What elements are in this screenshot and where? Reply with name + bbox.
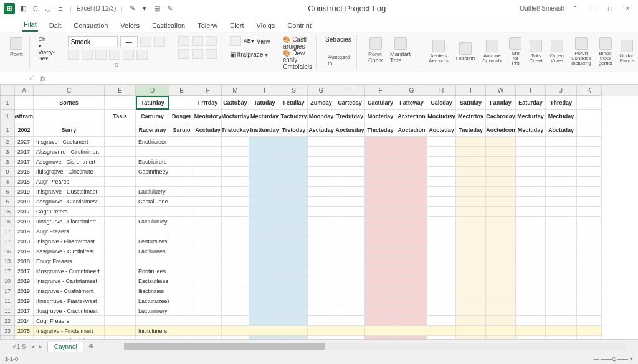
cell[interactable]: [194, 276, 222, 286]
cell[interactable]: [516, 306, 546, 316]
cell[interactable]: [577, 157, 602, 167]
cell[interactable]: [136, 316, 169, 326]
cell[interactable]: [194, 246, 222, 256]
column-header[interactable]: C: [34, 85, 105, 96]
cell[interactable]: [427, 187, 456, 197]
row-header[interactable]: 17: [0, 286, 15, 296]
cell[interactable]: [516, 276, 546, 286]
itralprace-button[interactable]: ▣ Itralprace ▾: [230, 51, 268, 58]
qa-icon-4[interactable]: ▤: [153, 4, 161, 13]
row-header[interactable]: 1: [0, 123, 15, 137]
cell[interactable]: [280, 187, 308, 197]
ribbon-cmd-button[interactable]: Srd for Prd: [507, 36, 524, 67]
cell[interactable]: Sattulay: [456, 96, 486, 110]
row-header[interactable]: 23: [0, 326, 15, 336]
cell[interactable]: [456, 306, 486, 316]
cell[interactable]: Frrrday: [194, 96, 222, 110]
cell[interactable]: [249, 316, 280, 326]
cell[interactable]: [194, 157, 222, 167]
cell[interactable]: [577, 236, 602, 246]
cell[interactable]: [365, 217, 396, 226]
cell[interactable]: Encthiaieer: [136, 137, 169, 147]
cell[interactable]: [105, 326, 136, 336]
cell[interactable]: [280, 236, 308, 246]
cell[interactable]: Lectuinirery: [136, 306, 169, 316]
cell[interactable]: Mocturday: [222, 110, 249, 123]
cell[interactable]: [249, 207, 280, 217]
cell[interactable]: [222, 306, 249, 316]
cell[interactable]: [365, 286, 396, 296]
cell[interactable]: [335, 236, 365, 246]
select-all-corner[interactable]: [0, 85, 15, 96]
qa-icon-3[interactable]: ▾: [140, 4, 149, 13]
cell[interactable]: [396, 137, 427, 147]
bold-icon[interactable]: [68, 50, 79, 60]
cell[interactable]: [249, 236, 280, 246]
cell[interactable]: [365, 147, 396, 157]
row-header[interactable]: 9: [0, 167, 15, 177]
cell[interactable]: [396, 217, 427, 226]
cell[interactable]: [427, 286, 456, 296]
cell[interactable]: [365, 207, 396, 217]
cell[interactable]: [516, 187, 546, 197]
cell[interactable]: Threday: [546, 96, 577, 110]
cell[interactable]: [365, 296, 396, 306]
cell[interactable]: [105, 167, 136, 177]
marstart-button[interactable]: Marstart Trde: [388, 36, 413, 65]
cell[interactable]: Cattubay: [222, 96, 249, 110]
cell[interactable]: Surry: [34, 123, 105, 137]
cell[interactable]: [546, 266, 577, 276]
cell[interactable]: Tatuday: [249, 96, 280, 110]
decrease-font-icon[interactable]: [154, 37, 165, 47]
cell[interactable]: Cprttureey: [136, 336, 169, 339]
ribbon-cmd-button[interactable]: Porvrt Sonades Inclucing: [569, 36, 594, 67]
underline-icon[interactable]: [95, 50, 107, 60]
cell[interactable]: [222, 236, 249, 246]
cell[interactable]: [486, 276, 516, 286]
cell[interactable]: [335, 187, 365, 197]
cell[interactable]: [222, 276, 249, 286]
cell[interactable]: [577, 316, 602, 326]
cell[interactable]: [577, 147, 602, 157]
cell[interactable]: [427, 266, 456, 276]
cell[interactable]: 2019: [15, 226, 34, 236]
cell[interactable]: [280, 246, 308, 256]
cell[interactable]: Zumday: [308, 96, 335, 110]
cell[interactable]: Ilisctinzies: [136, 286, 169, 296]
cell[interactable]: Aoctuday: [546, 123, 577, 137]
cell[interactable]: [308, 147, 335, 157]
cell[interactable]: [396, 286, 427, 296]
column-header[interactable]: T: [335, 85, 365, 96]
cell[interactable]: [194, 217, 222, 226]
ribbon-options-icon[interactable]: ⌃: [568, 2, 582, 16]
cell[interactable]: [105, 306, 136, 316]
cell[interactable]: [169, 167, 194, 177]
cell[interactable]: [249, 197, 280, 207]
cell[interactable]: 2019: [15, 276, 34, 286]
cell[interactable]: [194, 207, 222, 217]
cell[interactable]: Lacturaizees: [136, 296, 169, 306]
cell[interactable]: [169, 226, 194, 236]
cell[interactable]: [365, 177, 396, 187]
cell[interactable]: [169, 147, 194, 157]
cell[interactable]: [249, 137, 280, 147]
cell[interactable]: Aoctedion: [396, 123, 427, 137]
cell[interactable]: 2017: [15, 207, 34, 217]
font-size-select[interactable]: [120, 36, 138, 47]
cell[interactable]: [249, 147, 280, 157]
cell[interactable]: Fattcway: [396, 96, 427, 110]
account-name[interactable]: Outflet! Smeash: [520, 5, 564, 12]
cell[interactable]: [456, 147, 486, 157]
cell[interactable]: [169, 246, 194, 256]
cell[interactable]: [222, 207, 249, 217]
cell[interactable]: [169, 197, 194, 207]
cell[interactable]: [249, 157, 280, 167]
cell[interactable]: [577, 110, 602, 123]
row-header[interactable]: 6: [0, 187, 15, 197]
cell[interactable]: [280, 256, 308, 266]
cell[interactable]: [486, 137, 516, 147]
cell[interactable]: [222, 246, 249, 256]
cell[interactable]: [169, 256, 194, 266]
cell[interactable]: Cogr Freaers: [34, 316, 105, 326]
cell[interactable]: [577, 306, 602, 316]
